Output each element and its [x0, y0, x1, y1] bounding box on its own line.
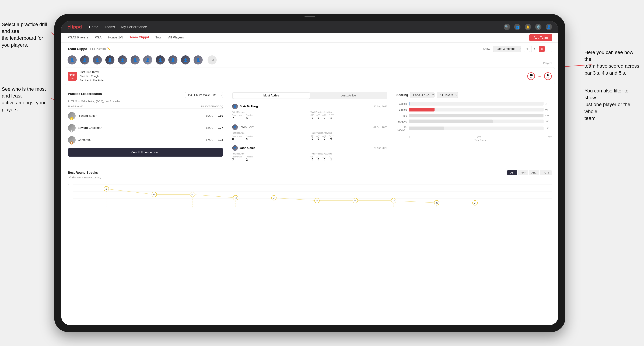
- player-name-1: Richard Butler: [78, 114, 204, 118]
- search-icon[interactable]: 🔍: [504, 24, 510, 30]
- player-avatar-4[interactable]: 👤: [105, 55, 114, 64]
- player-rank-avatar-1: 1: [68, 112, 76, 120]
- svg-text:4x: 4x: [316, 199, 318, 202]
- app-logo: clippd: [68, 24, 82, 30]
- people-icon[interactable]: 👥: [514, 24, 520, 30]
- shot-info: Shot Dist: 16 yds Start Lie: Rough End L…: [80, 70, 104, 82]
- players-label: Players: [543, 61, 552, 64]
- scoring-bar-chart: Eagles 3 Birdies 96: [396, 100, 552, 135]
- streaks-svg: 7x 6x 6x 5x 5x 4x 4x: [73, 181, 552, 209]
- activity-player-name-1: 👤 Blair McHarg: [232, 104, 258, 109]
- annotation-bottom-left: See who is the most and leastactive amon…: [2, 86, 51, 113]
- activity-avatar-1: 👤: [232, 104, 238, 109]
- nav-links: Home Teams My Performance: [89, 25, 497, 29]
- bell-icon[interactable]: 🔔: [525, 24, 531, 30]
- streaks-btn-ott[interactable]: OTT: [507, 170, 517, 175]
- streaks-btn-putt[interactable]: PUTT: [540, 170, 552, 175]
- rank-badge-1: 1: [70, 117, 73, 120]
- table-row: 1 Richard Butler 19/20 110: [68, 110, 223, 122]
- scoring-par-select[interactable]: Par 3, 4 & 5s: [410, 92, 434, 98]
- player-avg-2: 107: [218, 126, 223, 130]
- player-score-2: 18/20: [206, 126, 213, 130]
- subnav-allplayers[interactable]: All Players: [168, 35, 184, 40]
- svg-text:3x: 3x: [436, 202, 438, 204]
- bar-value-eagles: 3: [545, 102, 552, 105]
- nav-icons: 🔍 👥 🔔 ⚙️ 👤: [504, 24, 552, 30]
- streaks-chart: 6 4: [68, 181, 552, 209]
- sort-icon[interactable]: ↕: [546, 46, 552, 52]
- player-avatar-8[interactable]: 👤: [156, 55, 165, 64]
- drill-select[interactable]: PUTT Must Make Putt...: [185, 92, 223, 98]
- bar-value-dbogeys: 131: [545, 127, 552, 130]
- sub-nav: PGAT Players PGA Hcaps 1-5 Team Clippd T…: [61, 33, 558, 43]
- add-team-button[interactable]: Add Team: [530, 34, 552, 41]
- player-name-3: Cameron...: [78, 138, 204, 142]
- scoring-header: Scoring Par 3, 4 & 5s All Players: [396, 92, 552, 98]
- activity-date-2: 02 Sep 2023: [374, 126, 387, 129]
- more-players[interactable]: +3: [208, 55, 217, 64]
- player-avatar-3[interactable]: 👤: [93, 55, 102, 64]
- tab-least-active[interactable]: Least Active: [310, 93, 387, 99]
- player-avatar-1[interactable]: 👤: [68, 55, 77, 64]
- scoring-player-select[interactable]: All Players: [436, 92, 458, 98]
- activity-player-name-2: 👤 Rees Britt: [232, 124, 254, 130]
- total-rounds-section-1: Total Rounds Tournament 7 Practice 6: [232, 111, 309, 120]
- edit-icon[interactable]: ✏️: [107, 47, 110, 50]
- bar-label-eagles: Eagles: [396, 102, 407, 105]
- player-avatar-7[interactable]: 👤: [143, 55, 152, 64]
- subnav-pgat[interactable]: PGAT Players: [68, 35, 88, 40]
- streaks-title: Best Round Streaks: [68, 171, 98, 174]
- svg-line-8: [394, 201, 436, 203]
- subnav-tour[interactable]: Tour: [156, 35, 162, 40]
- player-avatar-11[interactable]: 👤: [194, 55, 203, 64]
- bar-row-bogeys: Bogeys 311: [396, 120, 552, 123]
- streaks-btn-arg[interactable]: ARG: [529, 170, 539, 175]
- svg-text:6x: 6x: [153, 193, 155, 195]
- scoring-card: Scoring Par 3, 4 & 5s All Players Eagles: [393, 89, 555, 167]
- subnav-teamclippd[interactable]: Team Clippd: [129, 35, 149, 40]
- view-leaderboard-button[interactable]: View Full Leaderboard: [68, 148, 223, 157]
- tab-most-active[interactable]: Most Active: [233, 93, 310, 99]
- svg-line-5: [274, 198, 317, 201]
- team-name: Team Clippd: [68, 47, 87, 51]
- players-wrapper: Team Clippd | 14 Players ✏️ Show Last 3 …: [61, 43, 558, 88]
- card-view-icon[interactable]: ▦: [539, 46, 544, 52]
- show-controls: Show Last 3 months ⊞ ≡ ▦ ↕: [483, 46, 552, 52]
- player-avatar-9[interactable]: 👤: [168, 55, 178, 64]
- player-avatar-2[interactable]: 👤: [80, 55, 89, 64]
- bar-label-dbogeys: D. Bogeys+: [396, 126, 407, 131]
- player-avatar-5[interactable]: 👤: [118, 55, 127, 64]
- leaderboard-header: Practice Leaderboards PUTT Must Make Put…: [68, 92, 223, 98]
- settings-icon[interactable]: ⚙️: [535, 24, 542, 30]
- activity-tabs: Most Active Least Active: [232, 92, 388, 99]
- player-avatar-6[interactable]: 👤: [130, 55, 140, 64]
- bar-label-pars: Pars: [396, 114, 407, 117]
- activity-header-2: 👤 Rees Britt 02 Sep 2023: [232, 124, 388, 130]
- shot-card: 198 SC Shot Dist: 16 yds Start Lie: Roug…: [65, 67, 555, 85]
- svg-text:4x: 4x: [392, 199, 394, 202]
- subnav-hcaps[interactable]: Hcaps 1-5: [108, 35, 123, 40]
- show-period-select[interactable]: Last 3 months: [493, 46, 521, 52]
- streaks-header: Best Round Streaks OTT APP ARG PUTT: [68, 170, 552, 175]
- player-avg-3: 103: [218, 138, 223, 142]
- nav-home[interactable]: Home: [89, 25, 98, 29]
- total-practice-section-1: Total Practice Activities OTT 0 APP 0: [310, 111, 387, 120]
- tablet-screen: clippd Home Teams My Performance 🔍 👥 🔔 ⚙…: [61, 21, 558, 325]
- leaderboard-columns: PLAYER NAME PB SCORE PB AVG SQ: [68, 105, 223, 109]
- rank-badge-3: 3: [70, 141, 73, 145]
- nav-performance[interactable]: My Performance: [121, 25, 147, 29]
- player-avatar-10[interactable]: 👤: [181, 55, 190, 64]
- activity-player-name-3: 👤 Josh Coles: [232, 145, 256, 151]
- scroll-indicator: [304, 16, 315, 17]
- bar-value-pars: 499: [545, 114, 552, 117]
- team-info: Team Clippd | 14 Players ✏️: [68, 47, 110, 51]
- subnav-pga[interactable]: PGA: [95, 35, 102, 40]
- rank-badge-2: 2: [70, 129, 73, 133]
- profile-icon[interactable]: 👤: [546, 24, 552, 30]
- streaks-card: Best Round Streaks OTT APP ARG PUTT Off …: [65, 167, 555, 212]
- grid-view-icon[interactable]: ⊞: [524, 46, 530, 52]
- nav-teams[interactable]: Teams: [105, 25, 115, 29]
- list-view-icon[interactable]: ≡: [531, 46, 537, 52]
- total-practice-section-2: Total Practice Activities OTT 0 APP 0: [310, 132, 387, 141]
- streaks-btn-app[interactable]: APP: [518, 170, 528, 175]
